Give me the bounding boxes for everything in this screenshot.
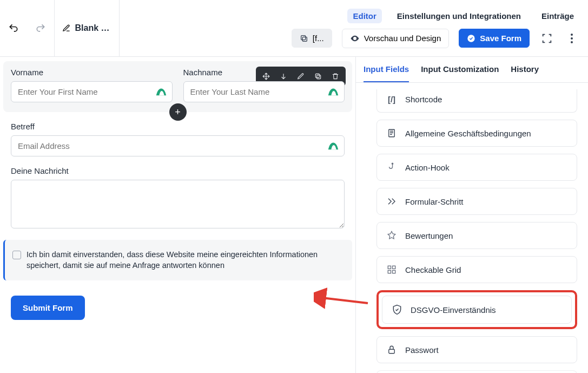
name-section[interactable]: Vorname Nachname + xyxy=(3,61,352,112)
shortcode-icon: [/] xyxy=(386,95,398,104)
copy-icon xyxy=(300,34,308,43)
field-list[interactable]: [/] Shortcode Allgemeine Geschäftsbeding… xyxy=(356,83,588,373)
field-checkable-grid[interactable]: Checkable Grid xyxy=(376,256,577,283)
autofill-icon xyxy=(327,140,339,152)
svg-point-2 xyxy=(468,35,475,42)
fullscreen-icon xyxy=(541,32,553,44)
svg-rect-1 xyxy=(301,35,306,40)
svg-rect-11 xyxy=(389,349,395,354)
main: Vorname Nachname + Betreff xyxy=(0,57,588,373)
eye-icon xyxy=(350,34,360,43)
check-circle-icon xyxy=(467,34,475,43)
gdpr-text: Ich bin damit einverstanden, dass diese … xyxy=(27,250,345,271)
topbar-left: Blank F... xyxy=(0,0,120,56)
field-terms[interactable]: Allgemeine Geschäftsbedingungen xyxy=(376,120,577,147)
tab-editor[interactable]: Editor xyxy=(347,9,381,23)
svg-rect-9 xyxy=(388,271,391,273)
pencil-icon xyxy=(62,24,71,32)
kebab-icon xyxy=(571,34,573,43)
title-block[interactable]: Blank F... xyxy=(54,0,119,56)
gdpr-checkbox[interactable] xyxy=(12,251,21,259)
pencil-icon xyxy=(297,73,305,80)
more-button[interactable] xyxy=(564,31,579,46)
svg-rect-0 xyxy=(302,37,307,41)
message-section: Deine Nachricht xyxy=(3,166,352,230)
subject-label: Betreff xyxy=(11,122,345,131)
tab-input-fields[interactable]: Input Fields xyxy=(364,64,409,82)
field-form-step[interactable]: Formular-Schritt xyxy=(376,188,577,215)
subject-section: Betreff xyxy=(3,122,352,156)
topbar-right: Editor Einstellungen und Integrationen E… xyxy=(120,0,588,56)
svg-point-6 xyxy=(392,163,393,164)
gdpr-section[interactable]: Ich bin damit einverstanden, dass diese … xyxy=(3,240,352,280)
preview-button[interactable]: Vorschau und Design xyxy=(342,29,450,48)
star-icon xyxy=(386,231,398,240)
tab-customization[interactable]: Input Customization xyxy=(421,64,499,82)
lock-icon xyxy=(386,345,398,355)
last-name-input[interactable] xyxy=(183,81,345,102)
autofill-icon xyxy=(155,86,167,97)
field-shortcode[interactable]: [/] Shortcode xyxy=(376,89,577,113)
shield-icon xyxy=(391,304,403,315)
sidebar-tabs: Input Fields Input Customization History xyxy=(356,57,588,83)
trash-icon xyxy=(332,73,339,80)
document-icon xyxy=(386,128,398,138)
svg-rect-10 xyxy=(393,271,395,273)
first-name-input[interactable] xyxy=(11,81,173,102)
svg-rect-3 xyxy=(317,75,321,79)
redo-button[interactable] xyxy=(27,0,54,56)
topbar: Blank F... Editor Einstellungen und Inte… xyxy=(0,0,588,57)
arrow-down-icon xyxy=(280,73,287,80)
sidebar: Input Fields Input Customization History… xyxy=(355,57,588,373)
submit-button[interactable]: Submit Form xyxy=(11,296,85,320)
grid-icon xyxy=(386,265,398,274)
save-button[interactable]: Save Form xyxy=(459,29,530,48)
tab-settings[interactable]: Einstellungen und Integrationen xyxy=(392,9,526,23)
copy-icon xyxy=(314,73,322,80)
tab-entries[interactable]: Einträge xyxy=(536,9,579,23)
form-canvas: Vorname Nachname + Betreff xyxy=(0,57,355,373)
move-icon xyxy=(262,73,270,80)
gdpr-highlight: DSGVO-Einverständnis xyxy=(376,290,577,329)
hook-icon xyxy=(386,162,398,172)
field-password[interactable]: Passwort xyxy=(376,336,577,363)
svg-rect-7 xyxy=(388,266,391,269)
svg-rect-5 xyxy=(389,129,395,137)
autofill-icon xyxy=(327,86,339,97)
undo-button[interactable] xyxy=(0,0,27,56)
field-range-slider[interactable]: Range Slider xyxy=(376,370,577,373)
field-action-hook[interactable]: Action-Hook xyxy=(376,154,577,181)
field-ratings[interactable]: Bewertungen xyxy=(376,222,577,249)
field-gdpr[interactable]: DSGVO-Einverständnis xyxy=(382,296,572,324)
first-name-label: Vorname xyxy=(11,68,173,77)
fullscreen-button[interactable] xyxy=(539,31,554,46)
message-textarea[interactable] xyxy=(11,180,345,228)
message-label: Deine Nachricht xyxy=(11,166,345,175)
shortcode-button[interactable]: [f... xyxy=(292,29,332,48)
email-input[interactable] xyxy=(11,135,345,156)
form-title: Blank F... xyxy=(75,23,111,33)
add-field-button[interactable]: + xyxy=(169,103,187,121)
tab-history[interactable]: History xyxy=(511,64,539,82)
forward-icon xyxy=(386,197,398,206)
svg-rect-8 xyxy=(393,266,395,269)
svg-rect-4 xyxy=(315,74,319,77)
